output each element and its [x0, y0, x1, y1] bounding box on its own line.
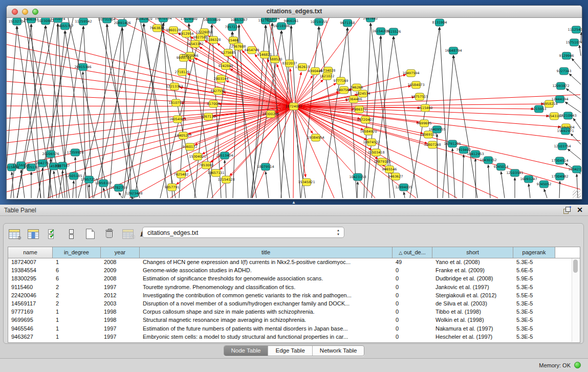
network-node-label: 19384554 [307, 136, 324, 140]
tab-edge-table[interactable]: Edge Table [268, 346, 312, 356]
new-document-icon [86, 229, 95, 239]
cell-name: 9699695 [8, 316, 53, 324]
cell-name: 19384554 [8, 267, 53, 275]
network-node-label: 18405207 [175, 134, 191, 138]
table-row[interactable]: 1938455462009Genome-wide association stu… [8, 267, 580, 275]
network-node-label: 17359928 [67, 150, 83, 155]
table-panel-title: Table Panel [4, 207, 36, 214]
column-header-title[interactable]: title [140, 247, 393, 258]
network-node-label: 15132704 [8, 19, 25, 24]
column-header-in_degree[interactable]: in_degree [53, 247, 101, 258]
network-node-label: 20731504 [98, 18, 115, 21]
network-node-label: 9699695 [417, 121, 432, 125]
status-bar: Memory: OK [0, 358, 588, 372]
network-node-label: 9777169 [334, 79, 349, 83]
cell-out_degree: 0 [393, 316, 432, 324]
green-checks-icon: ✔✔ [48, 229, 56, 238]
network-window-titlebar[interactable]: citations_edges.txt [7, 6, 582, 18]
delete-table-button[interactable]: ⓧ [121, 227, 135, 240]
cell-in_degree: 1 [53, 308, 101, 316]
row-height-button[interactable] [64, 227, 78, 240]
table-row[interactable]: 1872400712008Changes of HCN gene express… [8, 258, 580, 267]
scrollbar-thumb[interactable] [573, 259, 578, 273]
vertical-scrollbar[interactable] [572, 258, 579, 342]
tab-network-table[interactable]: Network Table [313, 346, 364, 356]
network-node-label: 10719155 [310, 20, 327, 24]
network-node-label: 16720407 [357, 118, 374, 122]
network-node-label: 12444194 [551, 97, 568, 101]
cell-year: 1997 [101, 333, 140, 341]
resize-grip-icon[interactable] [573, 190, 581, 198]
network-node-label: 9857791 [165, 185, 180, 189]
column-header-short[interactable]: short [432, 247, 513, 258]
cell-title: Corpus callosum shape and size in male p… [140, 308, 393, 316]
table-row[interactable]: 969969511998Structural magnetic resonanc… [8, 316, 580, 324]
network-node-label: 16054943 [169, 117, 186, 121]
cell-year: 2009 [101, 267, 140, 275]
table-row[interactable]: 911546021997Tourette syndrome. Phenomeno… [8, 283, 580, 292]
delete-table-icon: ⓧ [122, 229, 134, 239]
cell-pagerank: 5.3E-5 [513, 308, 555, 316]
cell-name: 9465546 [8, 325, 53, 333]
network-node-label: 12505185 [65, 174, 82, 178]
column-header-out_degree[interactable]: △out_de... [393, 247, 432, 258]
network-node-label: 10958107 [95, 181, 112, 185]
float-panel-icon[interactable] [563, 207, 571, 214]
table-settings-button[interactable]: ⚙ [8, 227, 21, 240]
cell-year: 1997 [101, 283, 140, 292]
cell-in_degree: 2 [53, 300, 101, 308]
cell-year: 1997 [101, 325, 140, 333]
table-row[interactable]: 2242004622012Investigating the contribut… [8, 292, 580, 300]
network-node-label: 17304514 [551, 159, 568, 163]
network-node-label: 7986372 [352, 107, 367, 112]
network-node-label: 7615526 [386, 30, 401, 34]
table-tabs-bar: Node TableEdge TableNetwork Table [0, 345, 588, 356]
table-row[interactable]: 946554611997Estimation of the future num… [8, 325, 580, 333]
network-node-label: 3175685 [221, 51, 236, 55]
column-header-pagerank[interactable]: pagerank [513, 247, 555, 258]
network-node-label: 7625402 [174, 172, 189, 177]
network-node-label: 7919402 [456, 148, 471, 152]
column-header-name[interactable]: name [8, 247, 53, 258]
tab-node-table[interactable]: Node Table [224, 346, 269, 356]
cell-pagerank: 5.3E-5 [513, 333, 555, 341]
cell-out_degree: 0 [393, 333, 432, 341]
column-header-year[interactable]: year [101, 247, 140, 258]
network-node-label: 16210643 [559, 114, 576, 118]
cell-pagerank: 5.6E-5 [513, 267, 555, 275]
cytoscape-desktop: citations_edges.txt 18724007151327049466… [0, 0, 588, 205]
table-source-select[interactable]: citations_edges.txt ▲▼ [142, 227, 344, 238]
network-node-label: 20513404 [216, 154, 233, 158]
split-divider-handle[interactable]: ▲ [291, 201, 297, 204]
table-body: 1872400712008Changes of HCN gene express… [8, 258, 580, 341]
table-row[interactable]: 977716911998Corpus callosum shape and si… [8, 308, 580, 316]
network-node-label: 12923448 [125, 191, 142, 195]
cell-in_degree: 2 [53, 292, 101, 300]
network-node-label: 9245014 [494, 165, 509, 169]
select-rows-button[interactable]: ✔✔ [46, 227, 59, 240]
network-node-label: 16342810 [135, 18, 152, 21]
network-node-label: 1621022 [320, 74, 335, 78]
table-row[interactable]: 946362711997Embryonic stem cells: a mode… [8, 333, 580, 341]
network-node-label: 8454749 [245, 48, 259, 52]
network-node-label: 8912954 [179, 32, 194, 36]
cell-year: 1998 [101, 316, 140, 324]
table-row[interactable]: 1830029562008Estimation of significance … [8, 275, 580, 283]
delete-button[interactable] [102, 227, 116, 240]
new-table-button[interactable] [83, 227, 97, 240]
network-canvas[interactable]: 1872400715132704946616310230842813107414… [7, 18, 582, 199]
network-node-label: 11125432 [568, 28, 582, 32]
table-row[interactable]: 1456911722003Disruption of a novel membe… [8, 300, 580, 308]
network-node-label: 10412953 [467, 152, 484, 156]
node-table: namein_degreeyeartitle△out_de...shortpag… [8, 247, 580, 343]
network-node-label: 12213363 [166, 84, 183, 89]
network-graph[interactable]: 1872400715132704946616310230842813107414… [7, 18, 582, 199]
table-panel-body: ⚙ ✔✔ ⓧ f(x) citatio [0, 216, 588, 358]
show-columns-button[interactable] [27, 227, 40, 240]
close-panel-icon[interactable]: ✕ [577, 206, 583, 214]
table-toolbar-container: ⚙ ✔✔ ⓧ f(x) citatio [3, 223, 584, 344]
cell-pagerank: 5.9E-5 [513, 275, 555, 283]
network-node-label: 17304982 [551, 174, 568, 179]
cell-short: Stergiakouli et al. (2012) [432, 292, 513, 300]
network-node-label: 9242848 [219, 64, 233, 68]
